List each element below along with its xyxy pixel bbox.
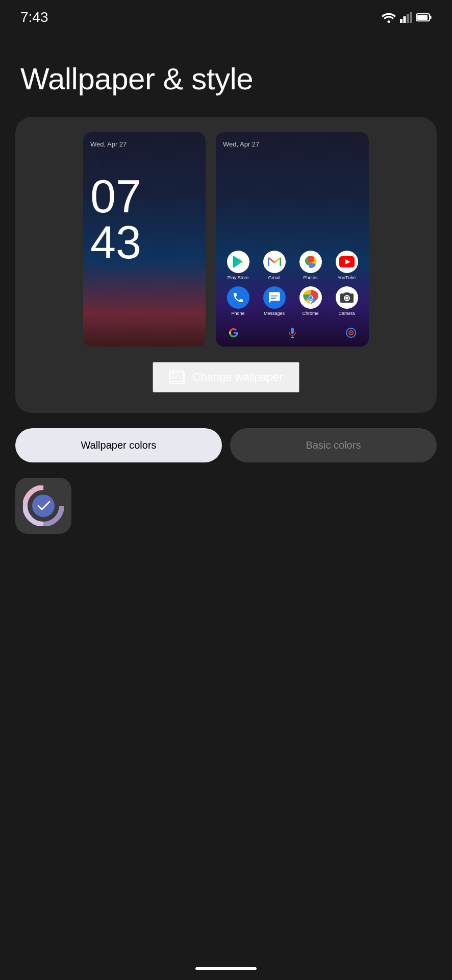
change-wallpaper-label: Change wallpaper: [192, 371, 283, 384]
status-icons: [382, 12, 432, 23]
app-chrome: Chrome: [295, 286, 325, 316]
status-time: 7:43: [20, 9, 48, 26]
app-phone: Phone: [223, 286, 253, 316]
app-grid: Play Store Gmail: [223, 251, 362, 316]
svg-rect-3: [407, 14, 409, 23]
color-tabs: Wallpaper colors Basic colors: [15, 428, 437, 462]
svg-point-23: [350, 332, 352, 334]
phone-icon: [227, 286, 249, 309]
home-screen-preview: Wed, Apr 27: [216, 132, 369, 347]
svg-point-15: [309, 296, 312, 299]
color-swatch-container: [15, 478, 437, 534]
gmail-icon: [263, 251, 286, 273]
tab-basic-colors[interactable]: Basic colors: [230, 428, 437, 462]
lock-screen-preview: Wed, Apr 27 07 43: [83, 132, 206, 347]
phone-label: Phone: [231, 311, 244, 316]
dock-area: [223, 324, 362, 341]
app-gmail: Gmail: [259, 251, 289, 280]
page-title: Wallpaper & style: [0, 31, 452, 117]
app-photos: Photos: [295, 251, 325, 280]
wifi-icon: [382, 12, 396, 23]
voice-search-icon: [287, 327, 298, 338]
change-wallpaper-button[interactable]: Change wallpaper: [153, 362, 299, 393]
svg-rect-4: [410, 12, 413, 23]
messages-label: Messages: [264, 311, 285, 316]
svg-point-30: [32, 495, 55, 517]
google-lens-icon: [345, 327, 357, 338]
gmail-label: Gmail: [268, 275, 281, 280]
tab-wallpaper-colors[interactable]: Wallpaper colors: [15, 428, 222, 462]
svg-point-0: [388, 20, 390, 23]
lock-hour: 07: [90, 174, 141, 219]
app-playstore: Play Store: [223, 251, 253, 280]
playstore-label: Play Store: [228, 275, 249, 280]
app-messages: Messages: [259, 286, 289, 316]
color-swatch-selected[interactable]: [15, 478, 71, 534]
svg-rect-1: [400, 19, 403, 23]
home-screen-date: Wed, Apr 27: [223, 140, 362, 148]
google-g-icon: [228, 327, 239, 338]
photos-label: Photos: [303, 275, 317, 280]
chrome-label: Chrome: [302, 311, 318, 316]
youtube-icon: [336, 251, 358, 273]
app-camera: Camera: [332, 286, 362, 316]
lock-minute: 43: [90, 219, 141, 265]
camera-icon: [336, 286, 358, 309]
svg-point-26: [172, 373, 174, 375]
camera-label: Camera: [338, 311, 355, 316]
preview-container: Wed, Apr 27 07 43 Wed, Apr 27: [15, 117, 437, 413]
svg-point-17: [345, 297, 348, 300]
chrome-icon: [299, 286, 322, 309]
swatch-inner: [23, 485, 64, 526]
change-wallpaper-icon: [169, 370, 185, 384]
playstore-icon: [227, 251, 249, 273]
photos-icon: [299, 251, 322, 273]
lock-screen-date: Wed, Apr 27: [90, 140, 198, 148]
battery-icon: [416, 13, 432, 22]
lock-time-display: 07 43: [90, 174, 198, 265]
status-bar: 7:43: [0, 0, 452, 31]
youtube-label: YouTube: [338, 275, 356, 280]
svg-rect-2: [404, 16, 406, 23]
home-indicator: [195, 967, 257, 970]
svg-rect-6: [430, 16, 432, 19]
phone-previews: Wed, Apr 27 07 43 Wed, Apr 27: [31, 132, 421, 347]
signal-icon: [400, 12, 412, 23]
svg-rect-18: [291, 328, 294, 334]
app-youtube: YouTube: [332, 251, 362, 280]
messages-icon: [263, 286, 286, 309]
svg-rect-7: [417, 15, 428, 20]
